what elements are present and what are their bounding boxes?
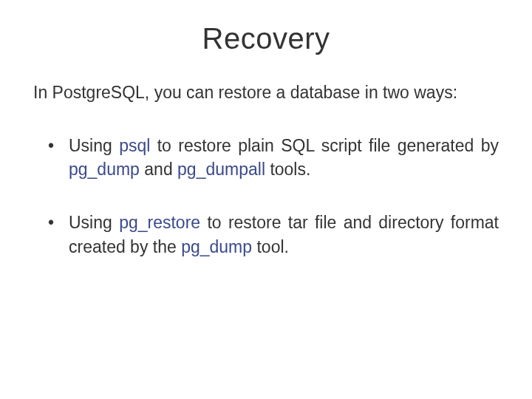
text-segment: tool.: [256, 237, 288, 256]
keyword-pgdump: pg_dump: [181, 237, 252, 256]
keyword-psql: psql: [119, 136, 150, 155]
text-segment: Using: [69, 213, 112, 232]
intro-text: In PostgreSQL, you can restore a databas…: [33, 81, 499, 104]
text-segment: Using: [69, 136, 112, 155]
keyword-pgdump: pg_dump: [69, 160, 140, 179]
bullet-list: Using psql to restore plain SQL script f…: [33, 134, 499, 259]
list-item: Using pg_restore to restore tar file and…: [48, 211, 499, 258]
text-segment: tools.: [270, 160, 310, 179]
text-segment: and: [144, 160, 177, 179]
keyword-pgdumpall: pg_dumpall: [177, 160, 265, 179]
keyword-pgrestore: pg_restore: [119, 213, 200, 232]
list-item: Using psql to restore plain SQL script f…: [48, 134, 499, 181]
text-segment: to restore plain SQL script file generat…: [157, 136, 499, 155]
slide-title: Recovery: [33, 22, 499, 55]
